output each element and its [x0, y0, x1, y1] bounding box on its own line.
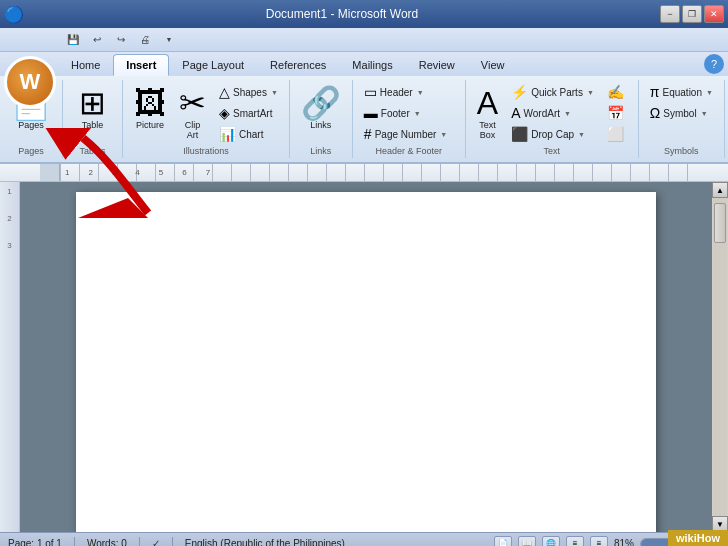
- group-header-footer: ▭ Header ▼ ▬ Footer ▼ # Page Number ▼: [353, 80, 466, 158]
- tab-pagelayout[interactable]: Page Layout: [169, 54, 257, 76]
- tab-view[interactable]: View: [468, 54, 518, 76]
- object-icon: ⬜: [607, 126, 624, 142]
- table-button[interactable]: ⊞ Table: [74, 82, 111, 132]
- drop-cap-icon: ⬛: [511, 126, 528, 142]
- page-count: Page: 1 of 1: [8, 538, 62, 546]
- draft-button[interactable]: ≡: [590, 536, 608, 547]
- footer-button[interactable]: ▬ Footer ▼: [359, 103, 459, 123]
- full-reading-button[interactable]: 📖: [518, 536, 536, 547]
- qa-dropdown[interactable]: ▼: [158, 30, 180, 50]
- illustrations-label: Illustrations: [183, 144, 229, 156]
- web-layout-button[interactable]: 🌐: [542, 536, 560, 547]
- qa-print[interactable]: 🖨: [134, 30, 156, 50]
- language-info: English (Republic of the Philippines): [185, 538, 345, 546]
- links-icon: 🔗: [301, 87, 341, 119]
- pages-label: Pages: [18, 144, 44, 156]
- scroll-thumb[interactable]: [714, 203, 726, 243]
- signature-icon: ✍: [607, 84, 624, 100]
- status-separator-3: [172, 537, 173, 547]
- symbols-label: Symbols: [664, 144, 699, 156]
- zoom-level: 81%: [614, 538, 634, 546]
- header-button[interactable]: ▭ Header ▼: [359, 82, 459, 102]
- datetime-button[interactable]: 📅: [602, 103, 632, 123]
- scroll-up-button[interactable]: ▲: [712, 182, 728, 198]
- print-layout-button[interactable]: 📄: [494, 536, 512, 547]
- qa-save[interactable]: 💾: [62, 30, 84, 50]
- picture-button[interactable]: 🖼 Picture: [129, 82, 171, 132]
- chart-button[interactable]: 📊 Chart: [214, 124, 283, 144]
- restore-button[interactable]: ❐: [682, 5, 702, 23]
- symbol-icon: Ω: [650, 105, 660, 121]
- group-tables: ⊞ Table Tables: [63, 80, 123, 158]
- title-bar: 🔵 Document1 - Microsoft Word − ❐ ✕: [0, 0, 728, 28]
- drop-cap-button[interactable]: ⬛ Drop Cap ▼: [506, 124, 599, 144]
- quick-parts-icon: ⚡: [511, 84, 528, 100]
- equation-icon: π: [650, 84, 660, 100]
- clipart-button[interactable]: ✂ ClipArt: [174, 82, 211, 142]
- status-bar: Page: 1 of 1 Words: 0 ✓ English (Republi…: [0, 532, 728, 546]
- textbox-button[interactable]: A TextBox: [472, 82, 503, 142]
- window-controls: − ❐ ✕: [660, 5, 724, 23]
- group-text: A TextBox ⚡ Quick Parts ▼ A WordArt ▼: [466, 80, 639, 158]
- qa-redo[interactable]: ↪: [110, 30, 132, 50]
- scroll-track[interactable]: [713, 198, 727, 516]
- qa-undo[interactable]: ↩: [86, 30, 108, 50]
- tab-home[interactable]: Home: [58, 54, 113, 76]
- symbol-button[interactable]: Ω Symbol ▼: [645, 103, 718, 123]
- wordart-button[interactable]: A WordArt ▼: [506, 103, 599, 123]
- minimize-button[interactable]: −: [660, 5, 680, 23]
- text-label: Text: [544, 144, 561, 156]
- footer-icon: ▬: [364, 105, 378, 121]
- wordart-icon: A: [511, 105, 520, 121]
- ruler-vertical: 123: [0, 182, 20, 532]
- shapes-button[interactable]: △ Shapes ▼: [214, 82, 283, 102]
- shapes-icon: △: [219, 84, 230, 100]
- status-separator-1: [74, 537, 75, 547]
- quick-parts-button[interactable]: ⚡ Quick Parts ▼: [506, 82, 599, 102]
- group-links: 🔗 Links Links: [290, 80, 353, 158]
- vertical-scrollbar: ▲ ▼: [712, 182, 728, 532]
- clipart-icon: ✂: [179, 87, 206, 119]
- tab-references[interactable]: References: [257, 54, 339, 76]
- page-number-button[interactable]: # Page Number ▼: [359, 124, 459, 144]
- page-number-icon: #: [364, 126, 372, 142]
- textbox-icon: A: [477, 87, 498, 119]
- picture-icon: 🖼: [134, 87, 166, 119]
- group-symbols: π Equation ▼ Ω Symbol ▼ Symbols: [639, 80, 725, 158]
- help-button[interactable]: ?: [704, 54, 724, 74]
- window-title: Document1 - Microsoft Word: [24, 7, 660, 21]
- title-bar-left: 🔵: [4, 5, 24, 24]
- document-area: 123 ▲ ▼: [0, 182, 728, 532]
- outline-button[interactable]: ≡: [566, 536, 584, 547]
- table-icon: ⊞: [79, 87, 106, 119]
- close-button[interactable]: ✕: [704, 5, 724, 23]
- status-separator-2: [139, 537, 140, 547]
- spell-check-icon: ✓: [152, 538, 160, 546]
- hf-label: Header & Footer: [376, 144, 443, 156]
- header-icon: ▭: [364, 84, 377, 100]
- ribbon-tabs: Home Insert Page Layout References Maili…: [0, 52, 728, 76]
- tables-label: Tables: [79, 144, 105, 156]
- smartart-icon: ◈: [219, 105, 230, 121]
- document-scroll-area[interactable]: [20, 182, 712, 532]
- object-button[interactable]: ⬜: [602, 124, 632, 144]
- signature-button[interactable]: ✍: [602, 82, 632, 102]
- ribbon: 📄 Pages Pages ⊞ Table Tables 🖼 Picture: [0, 76, 728, 164]
- links-button[interactable]: 🔗 Links: [296, 82, 346, 132]
- ruler-horizontal: 1234567: [0, 164, 728, 182]
- group-illustrations: 🖼 Picture ✂ ClipArt △ Shapes ▼ ◈ SmartAr: [123, 80, 290, 158]
- tab-review[interactable]: Review: [406, 54, 468, 76]
- datetime-icon: 📅: [607, 105, 624, 121]
- document-page: [76, 192, 656, 532]
- wikihow-badge: wikiHow: [668, 530, 728, 546]
- quick-access-toolbar: W 💾 ↩ ↪ 🖨 ▼: [0, 28, 728, 52]
- chart-icon: 📊: [219, 126, 236, 142]
- equation-button[interactable]: π Equation ▼: [645, 82, 718, 102]
- office-button[interactable]: W: [4, 56, 56, 108]
- smartart-button[interactable]: ◈ SmartArt: [214, 103, 283, 123]
- word-count: Words: 0: [87, 538, 127, 546]
- tab-insert[interactable]: Insert: [113, 54, 169, 76]
- links-label: Links: [310, 144, 331, 156]
- tab-mailings[interactable]: Mailings: [339, 54, 405, 76]
